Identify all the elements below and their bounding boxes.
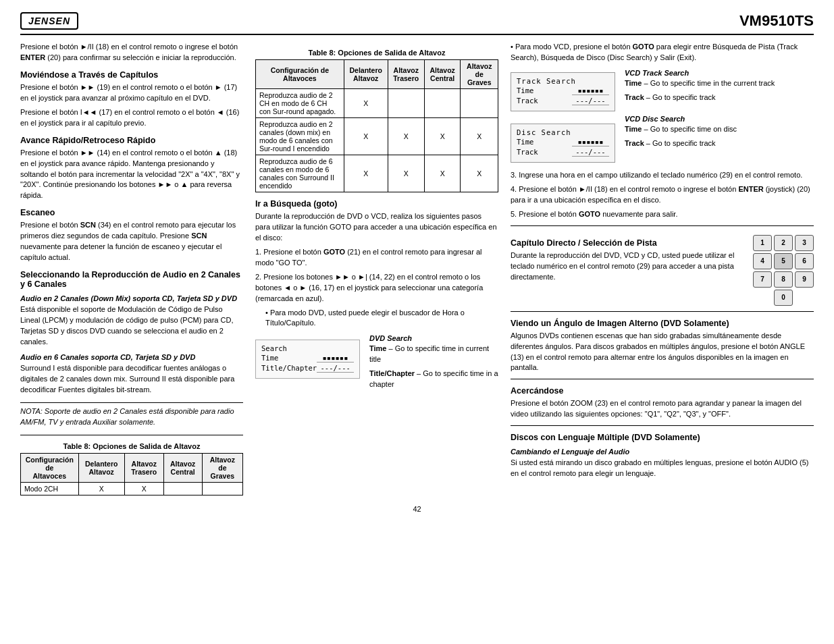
th-gra2: Altavoz de Graves [461, 60, 498, 89]
page-header: JENSEN VM9510TS [20, 12, 814, 35]
time-label: Time [261, 354, 278, 363]
track-track-value: ---/--- [572, 97, 609, 105]
goto-step1: 1. Presione el botón GOTO (21) en el con… [255, 247, 498, 269]
numpad-2[interactable]: 2 [774, 235, 793, 251]
table2: Configuración deAltavoces Delantero Alta… [255, 59, 498, 192]
th-config1: Configuración deAltavoces [21, 453, 79, 482]
vcd-track-time: Time – Go to specific time in the curren… [625, 78, 775, 89]
td-r2-3-tra: X [388, 155, 424, 192]
avance-p1: Presione el botón ►► (14) en el control … [20, 148, 243, 202]
section-acercandose: Acercándose [511, 386, 814, 396]
section-viendo: Viendo un Ángulo de Imagen Alterno (DVD … [511, 319, 814, 328]
disc-time-value: ▪▪▪▪▪▪ [572, 138, 609, 146]
th-gra1: Altavoz de Graves [202, 453, 242, 482]
divider4 [511, 425, 814, 426]
numpad-5[interactable]: 5 [774, 253, 793, 269]
vcd-search-descs: VCD Track Search Time – Go to specific t… [625, 69, 775, 153]
vcd-disc-time: Time – Go to specific time on disc [625, 124, 775, 135]
td-r2-1-gra [461, 89, 498, 118]
goto-intro: Durante la reproducción de DVD o VCD, re… [255, 211, 498, 244]
audio-2ch-text: Está disponible el soporte de Modulación… [20, 304, 243, 348]
td-r2-2-tra: X [388, 118, 424, 155]
escaneo-p1: Presione el botón SCN (34) en el control… [20, 220, 243, 263]
step5: 5. Presione el botón GOTO nuevamente par… [511, 209, 814, 220]
numpad-0[interactable]: 0 [774, 290, 793, 306]
subtitle-cambiando: Cambiando el Lenguaje del Audio [511, 448, 814, 456]
divider1 [511, 225, 814, 226]
title-chapter-value: ---/--- [317, 364, 354, 373]
td-r2-2-del: X [344, 118, 388, 155]
td-r2-3-gra: X [461, 155, 498, 192]
section-avance: Avance Rápido/Retroceso Rápido [20, 136, 243, 145]
section-escaneo: Escaneo [20, 208, 243, 217]
numpad-1[interactable]: 1 [753, 235, 772, 251]
note-text: NOTA: Soporte de audio en 2 Canales está… [20, 406, 243, 428]
right-column: • Para modo VCD, presione el botón GOTO … [511, 42, 814, 495]
numpad-9[interactable]: 9 [795, 271, 814, 288]
td-r2-2: Reproduzca audio en 2 canales (down mix)… [256, 118, 344, 155]
table-row: Modo 2CH X X [21, 482, 243, 495]
numpad-8[interactable]: 8 [774, 271, 793, 288]
table1: Configuración deAltavoces Delantero Alta… [20, 453, 243, 495]
td-r2-3-del: X [344, 155, 388, 192]
time-value: ▪▪▪▪▪▪ [317, 354, 354, 363]
note-box: NOTA: Soporte de audio en 2 Canales está… [20, 402, 243, 435]
table1-title: Table 8: Opciones de Salida de Altavoz [20, 442, 243, 450]
left-column: Presione el botón ►/II (18) en el contro… [20, 42, 243, 495]
track-search-title: Track Search [517, 77, 576, 85]
track-search-box: Track Search Time ▪▪▪▪▪▪ Track ---/--- [511, 72, 615, 111]
td-config1-1: Modo 2CH [21, 482, 79, 495]
th-tra1: Altavoz Trasero [124, 453, 163, 482]
th-cen2: Altavoz Central [424, 60, 461, 89]
td-r2-1: Reproduzca audio de 2 CH en modo de 6 CH… [256, 89, 344, 118]
viendo-text: Algunos DVDs contienen escenas que han s… [511, 331, 814, 374]
section-discos: Discos con Lenguaje Múltiple (DVD Solame… [511, 433, 814, 442]
dvd-search-title: DVD Search [369, 334, 498, 342]
dvd-search-box: Search Time ▪▪▪▪▪▪ Title/Chapter ---/--- [255, 340, 360, 379]
model-number: VM9510TS [739, 12, 814, 30]
table-row: Reproduzca audio en 2 canales (down mix)… [256, 118, 498, 155]
page-number: 42 [20, 505, 814, 513]
section-cap-directo: Capítulo Directo / Selección de Pista [511, 238, 745, 248]
th-del2: Delantero Altavoz [344, 60, 388, 89]
intro-text: Presione el botón ►/II (18) en el contro… [20, 42, 243, 63]
goto-step2-bullet: • Para modo DVD, usted puede elegir el b… [255, 308, 498, 329]
divider2 [511, 311, 814, 312]
vcd-track-track: Track – Go to specific track [625, 92, 775, 103]
td-r2-3: Reproduzca audio de 6 canales en modo de… [256, 155, 344, 192]
numpad-6[interactable]: 6 [795, 253, 814, 269]
numpad: 1 2 3 4 5 6 7 8 9 0 [753, 235, 814, 306]
track-time-label: Time [517, 86, 533, 95]
dvd-time-desc: Time – Go to specific time in current ti… [369, 344, 498, 365]
vcd-disc-search-title: VCD Disc Search [625, 115, 775, 123]
numpad-3[interactable]: 3 [795, 235, 814, 251]
disc-track-label: Track [517, 148, 538, 157]
logo: JENSEN [20, 12, 78, 30]
track-time-value: ▪▪▪▪▪▪ [572, 86, 609, 95]
moviendo-p1: Presione el botón ►► (19) en el control … [20, 82, 243, 104]
th-config2: Configuración deAltavoces [256, 60, 344, 89]
td-gra1-1 [202, 482, 242, 495]
step3: 3. Ingrese una hora en el campo utilizan… [511, 170, 814, 181]
mid-column: Table 8: Opciones de Salida de Altavoz C… [255, 42, 498, 495]
disc-time-label: Time [517, 138, 533, 146]
td-r2-2-cen: X [424, 118, 461, 155]
numpad-4[interactable]: 4 [753, 253, 772, 269]
td-r2-3-cen: X [424, 155, 461, 192]
table-row: Reproduzca audio de 2 CH en modo de 6 CH… [256, 89, 498, 118]
numpad-7[interactable]: 7 [753, 271, 772, 288]
audio-6ch-text: Surround I está disponible para decodifi… [20, 363, 243, 396]
disc-track-value: ---/--- [572, 148, 609, 157]
step4: 4. Presione el botón ►/II (18) en el con… [511, 184, 814, 206]
td-cen1-1 [163, 482, 202, 495]
vcd-track-search-title: VCD Track Search [625, 69, 775, 77]
track-track-label: Track [517, 97, 538, 105]
vcd-disc-track: Track – Go to specific track [625, 138, 775, 149]
goto-step2: 2. Presione los botones ►► o ►| (14, 22)… [255, 272, 498, 304]
table-row: Reproduzca audio de 6 canales en modo de… [256, 155, 498, 192]
th-tra2: Altavoz Trasero [388, 60, 424, 89]
disc-search-title: Disc Search [517, 128, 571, 136]
section-audio: Seleccionando la Reproducción de Audio e… [20, 270, 243, 289]
subtitle-audio-2ch: Audio en 2 Canales (Down Mix) soporta CD… [20, 294, 243, 302]
dvd-search-desc: DVD Search Time – Go to specific time in… [369, 334, 498, 394]
